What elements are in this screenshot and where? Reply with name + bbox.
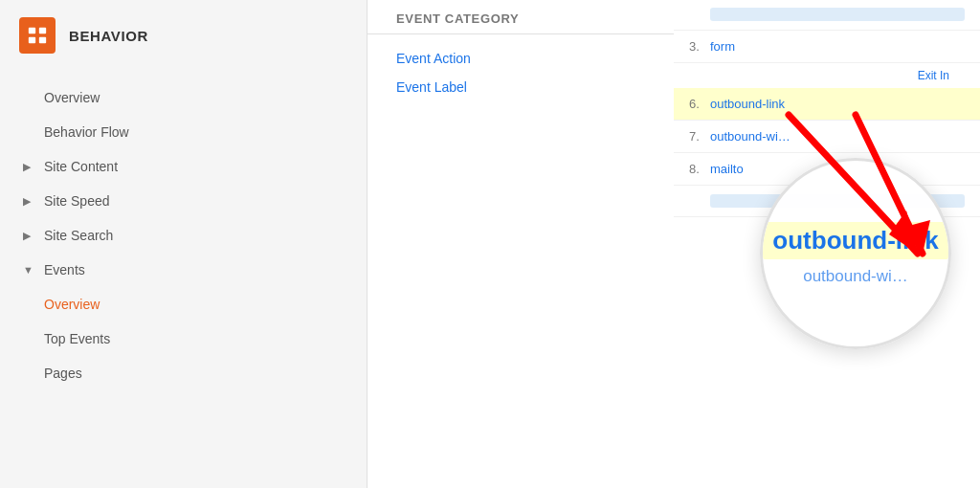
sidebar-item-pages[interactable]: Pages [0,356,368,390]
sidebar-item-overview[interactable]: Overview [0,80,368,115]
magnifier-content: outbound-link outbound-wi… [763,222,947,286]
row-value: outbound-wi… [710,129,965,144]
row-number: 8. [689,162,710,176]
table-row-6[interactable]: 6. outbound-link [674,88,980,121]
sidebar-item-site-speed[interactable]: ▶ Site Speed [0,184,368,218]
sidebar-item-events-overview[interactable]: Overview [0,287,368,322]
magnifier-circle: outbound-link outbound-wi… [760,158,951,349]
sidebar-item-label: Pages [44,366,82,381]
row-value: outbound-link [710,97,965,111]
svg-rect-1 [39,28,46,33]
row-number: 7. [689,129,710,144]
sidebar: BEHAVIOR Overview Behavior Flow ▶ Site C… [0,0,368,488]
row-value: form [710,39,965,54]
sidebar-item-label: Behavior Flow [44,124,129,140]
arrow-spacer [23,126,34,138]
svg-rect-2 [29,37,35,43]
sidebar-item-label: Overview [44,297,100,312]
sidebar-item-behavior-flow[interactable]: Behavior Flow [0,115,368,149]
arrow-spacer [23,92,34,103]
row-number: 3. [689,39,710,54]
sidebar-item-label: Top Events [44,331,110,346]
table-row-3[interactable]: 3. form [674,31,980,63]
table-row-7[interactable]: 7. outbound-wi… [674,121,980,153]
sidebar-item-label: Site Content [44,159,118,174]
behavior-icon [19,17,56,54]
main-content: Event Category Event Action Event Label … [368,0,980,488]
expand-arrow-icon: ▶ [23,161,34,173]
sidebar-item-label: Site Speed [44,193,110,209]
expand-arrow-icon: ▶ [23,230,34,242]
sidebar-item-label: Overview [44,90,100,105]
expand-arrow-icon: ▶ [23,195,34,208]
exit-label-text: Exit In [674,63,965,88]
table-row-blurred-top [674,0,980,31]
magnifier-sub-text: outbound-wi… [803,267,908,286]
svg-rect-3 [39,37,46,43]
sidebar-item-top-events[interactable]: Top Events [0,322,368,356]
blurred-text [710,8,965,21]
sidebar-nav: Overview Behavior Flow ▶ Site Content ▶ … [0,71,368,400]
sidebar-header: BEHAVIOR [0,0,368,71]
sidebar-item-label: Events [44,262,85,277]
sidebar-item-site-content[interactable]: ▶ Site Content [0,149,368,184]
sidebar-item-events[interactable]: ▼ Events [0,253,368,287]
svg-rect-0 [29,28,35,33]
exit-in-label: Exit In [674,63,980,88]
sidebar-item-site-search[interactable]: ▶ Site Search [0,218,368,253]
sidebar-item-label: Site Search [44,228,113,243]
magnifier-main-text: outbound-link [763,222,947,259]
collapse-arrow-icon: ▼ [23,264,34,276]
row-number: 6. [689,97,710,111]
sidebar-title: BEHAVIOR [69,28,148,44]
